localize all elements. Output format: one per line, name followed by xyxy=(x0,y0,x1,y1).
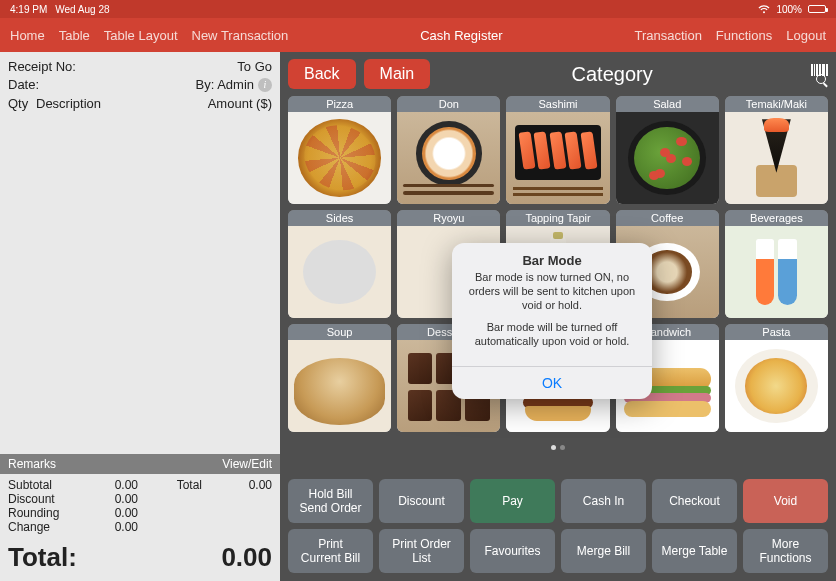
subtotal-label: Subtotal xyxy=(8,478,78,492)
tile-label: Temaki/Maki xyxy=(725,96,828,112)
nav-functions[interactable]: Functions xyxy=(716,28,772,43)
status-battery-pct: 100% xyxy=(776,4,802,15)
action-merge-bill[interactable]: Merge Bill xyxy=(561,529,646,573)
change-label: Change xyxy=(8,520,78,534)
tile-image xyxy=(506,112,609,204)
action-pay[interactable]: Pay xyxy=(470,479,555,523)
action-hold-bill-send-order[interactable]: Hold Bill Send Order xyxy=(288,479,373,523)
nav-transaction[interactable]: Transaction xyxy=(634,28,701,43)
tile-image xyxy=(288,226,391,318)
discount-value: 0.00 xyxy=(78,492,138,506)
col-qty: Qty xyxy=(8,96,36,111)
category-tile-soup[interactable]: Soup xyxy=(288,324,391,432)
receipt-lines xyxy=(0,115,280,454)
receipt-date-label: Date: xyxy=(8,76,39,94)
total-side-label: Total xyxy=(138,478,222,492)
nav-table[interactable]: Table xyxy=(59,28,90,43)
action-print-order-list[interactable]: Print Order List xyxy=(379,529,464,573)
category-tile-sides[interactable]: Sides xyxy=(288,210,391,318)
nav-title: Cash Register xyxy=(420,28,502,43)
grand-label: Total: xyxy=(8,542,77,573)
wifi-icon xyxy=(758,5,770,14)
status-bar: 4:19 PM Wed Aug 28 100% xyxy=(0,0,836,18)
tile-label: Salad xyxy=(616,96,719,112)
subtotal-value: 0.00 xyxy=(78,478,138,492)
action-discount[interactable]: Discount xyxy=(379,479,464,523)
status-date: Wed Aug 28 xyxy=(55,4,109,15)
modal-title: Bar Mode xyxy=(452,243,652,270)
bar-mode-modal: Bar Mode Bar mode is now turned ON, no o… xyxy=(452,243,652,399)
tile-image xyxy=(725,340,828,432)
category-tile-beverages[interactable]: Beverages xyxy=(725,210,828,318)
tile-label: Soup xyxy=(288,324,391,340)
receipt-by: By: Admin xyxy=(195,76,254,94)
tile-image xyxy=(725,226,828,318)
modal-line2: Bar mode will be turned off automaticall… xyxy=(464,320,640,348)
action-cash-in[interactable]: Cash In xyxy=(561,479,646,523)
action-checkout[interactable]: Checkout xyxy=(652,479,737,523)
grand-value: 0.00 xyxy=(221,542,272,573)
total-side-value: 0.00 xyxy=(222,478,272,492)
nav-new-transaction[interactable]: New Transaction xyxy=(192,28,289,43)
tile-label: Pasta xyxy=(725,324,828,340)
action-more-functions[interactable]: More Functions xyxy=(743,529,828,573)
category-panel: Back Main Category PizzaDonSashimiSaladT… xyxy=(280,52,836,581)
tile-label: Beverages xyxy=(725,210,828,226)
nav-logout[interactable]: Logout xyxy=(786,28,826,43)
remarks-bar[interactable]: Remarks View/Edit xyxy=(0,454,280,474)
main-button[interactable]: Main xyxy=(364,59,431,89)
tile-label: Pizza xyxy=(288,96,391,112)
nav-bar: Home Table Table Layout New Transaction … xyxy=(0,18,836,52)
col-amount: Amount ($) xyxy=(192,96,272,111)
tile-image xyxy=(288,112,391,204)
category-tile-pizza[interactable]: Pizza xyxy=(288,96,391,204)
category-title: Category xyxy=(438,63,796,86)
status-time: 4:19 PM xyxy=(10,4,47,15)
receipt-togo: To Go xyxy=(237,58,272,76)
barcode-search-icon[interactable] xyxy=(804,64,828,84)
tile-label: Sides xyxy=(288,210,391,226)
category-tile-sashimi[interactable]: Sashimi xyxy=(506,96,609,204)
rounding-label: Rounding xyxy=(8,506,78,520)
nav-home[interactable]: Home xyxy=(10,28,45,43)
remarks-label: Remarks xyxy=(8,457,56,471)
action-favourites[interactable]: Favourites xyxy=(470,529,555,573)
action-merge-table[interactable]: Merge Table xyxy=(652,529,737,573)
category-tile-temaki-maki[interactable]: Temaki/Maki xyxy=(725,96,828,204)
category-tile-salad[interactable]: Salad xyxy=(616,96,719,204)
tile-label: Ryoyu xyxy=(397,210,500,226)
action-print-current-bill[interactable]: Print Current Bill xyxy=(288,529,373,573)
category-tile-pasta[interactable]: Pasta xyxy=(725,324,828,432)
actions-grid: Hold Bill Send OrderDiscountPayCash InCh… xyxy=(280,479,836,581)
totals-block: Subtotal 0.00 Total 0.00 Discount 0.00 R… xyxy=(0,474,280,538)
modal-ok-button[interactable]: OK xyxy=(452,366,652,399)
battery-icon xyxy=(808,5,826,13)
category-tile-don[interactable]: Don xyxy=(397,96,500,204)
rounding-value: 0.00 xyxy=(78,506,138,520)
tile-label: Tapping Tapir xyxy=(506,210,609,226)
modal-line1: Bar mode is now turned ON, no orders wil… xyxy=(464,270,640,312)
discount-label: Discount xyxy=(8,492,78,506)
receipt-no-label: Receipt No: xyxy=(8,58,76,76)
info-icon[interactable]: i xyxy=(258,78,272,92)
remarks-view-edit[interactable]: View/Edit xyxy=(222,457,272,471)
tile-label: Don xyxy=(397,96,500,112)
nav-table-layout[interactable]: Table Layout xyxy=(104,28,178,43)
tile-label: Coffee xyxy=(616,210,719,226)
tile-image xyxy=(397,112,500,204)
change-value: 0.00 xyxy=(78,520,138,534)
tile-image xyxy=(616,112,719,204)
tile-image xyxy=(288,340,391,432)
receipt-panel: Receipt No: To Go Date: By: Admin i Qty … xyxy=(0,52,280,581)
back-button[interactable]: Back xyxy=(288,59,356,89)
action-void[interactable]: Void xyxy=(743,479,828,523)
grand-total: Total: 0.00 xyxy=(0,538,280,581)
page-dots[interactable] xyxy=(288,432,828,458)
col-desc: Description xyxy=(36,96,192,111)
tile-label: Sashimi xyxy=(506,96,609,112)
tile-image xyxy=(725,112,828,204)
